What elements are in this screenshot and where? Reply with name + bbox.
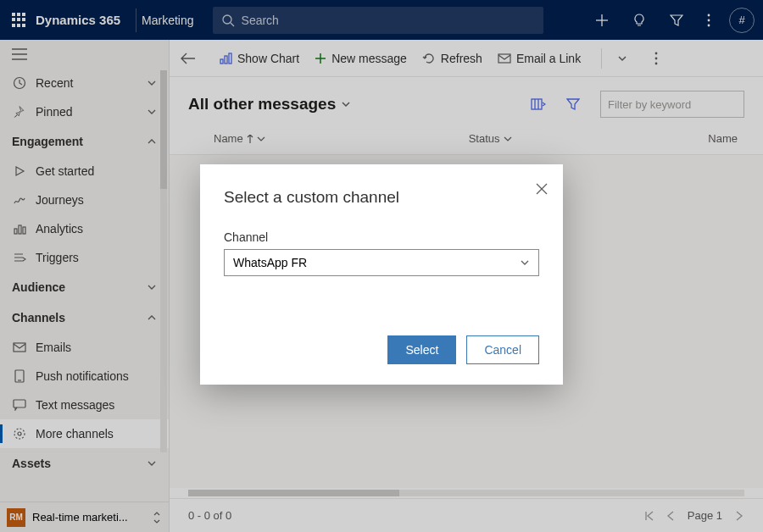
close-icon <box>536 183 548 195</box>
dialog-close-button[interactable] <box>536 183 548 195</box>
chevron-down-icon <box>520 258 530 268</box>
channel-selected-value: WhatsApp FR <box>233 256 307 269</box>
button-label: Select <box>405 343 438 357</box>
dialog-title: Select a custom channel <box>224 188 539 207</box>
channel-select[interactable]: WhatsApp FR <box>224 249 539 276</box>
cancel-button[interactable]: Cancel <box>466 335 539 364</box>
select-channel-dialog: Select a custom channel Channel WhatsApp… <box>200 164 563 385</box>
select-button[interactable]: Select <box>387 335 456 364</box>
channel-field-label: Channel <box>224 230 539 244</box>
button-label: Cancel <box>484 343 521 357</box>
